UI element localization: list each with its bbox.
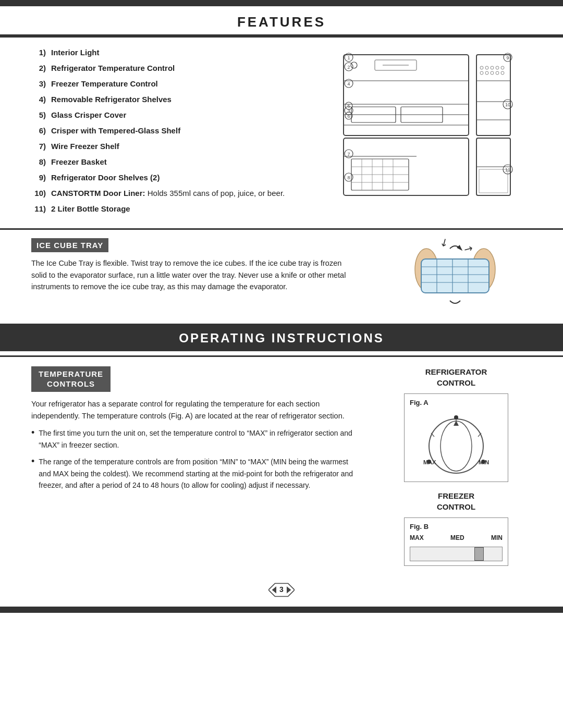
- ice-cube-title: ICE CUBE TRAY: [31, 238, 108, 252]
- freezer-dial-container: Fig. B MAX MED MIN: [404, 517, 508, 566]
- svg-text:7: 7: [347, 152, 350, 157]
- feature-num: 3): [31, 78, 46, 89]
- svg-text:10: 10: [505, 102, 510, 107]
- ref-control-label: REFRIGERATOR CONTROL: [425, 366, 487, 388]
- svg-point-71: [429, 419, 483, 473]
- svg-point-78: [481, 460, 485, 464]
- svg-point-42: [491, 66, 494, 69]
- feature-num: 11): [31, 203, 46, 214]
- ref-dial-svg: MAX MIN: [412, 412, 500, 475]
- ref-dial-area: MAX MIN: [410, 410, 503, 477]
- svg-text:↗: ↗: [462, 242, 475, 256]
- ice-tray-illustration: ↙ ↗: [411, 238, 499, 311]
- temperature-controls-title: TEMPERATURE CONTROLS: [31, 366, 111, 392]
- svg-text:8: 8: [347, 175, 350, 180]
- svg-text:5: 5: [347, 104, 350, 109]
- ref-dial-container: Fig. A MAX MIN: [404, 393, 508, 482]
- ice-cube-text: ICE CUBE TRAY The Ice Cube Tray is flexi…: [31, 238, 358, 311]
- refrigerator-diagram: 1 2 3 4 5 6 7: [323, 52, 516, 198]
- freezer-track[interactable]: [410, 547, 503, 561]
- fig-b-label: Fig. B: [410, 522, 503, 532]
- controls-diagram: REFRIGERATOR CONTROL Fig. A MAX: [375, 366, 537, 566]
- feature-label: Glass Crisper Cover: [51, 109, 126, 120]
- freezer-thumb[interactable]: [474, 547, 484, 561]
- feature-num: 9): [31, 172, 46, 183]
- feature-item-7: 7)Wire Freezer Shelf: [31, 141, 291, 152]
- feature-label: Wire Freezer Shelf: [51, 141, 119, 152]
- svg-text:4: 4: [347, 81, 350, 87]
- feature-num: 1): [31, 47, 46, 58]
- feature-item-8: 8)Freezer Basket: [31, 156, 291, 167]
- feature-label: 2 Liter Bottle Storage: [51, 203, 130, 214]
- feature-num: 4): [31, 94, 46, 105]
- ice-cube-section: ICE CUBE TRAY The Ice Cube Tray is flexi…: [0, 230, 563, 319]
- svg-point-40: [480, 66, 483, 69]
- temperature-controls-bullets: The first time you turn the unit on, set…: [31, 427, 354, 491]
- svg-point-45: [480, 71, 483, 75]
- features-list: 1)Interior Light2)Refrigerator Temperatu…: [31, 47, 291, 219]
- temperature-controls-body: Your refrigerator has a separate control…: [31, 398, 354, 422]
- svg-text:↙: ↙: [437, 238, 451, 249]
- svg-point-77: [427, 460, 431, 464]
- svg-point-49: [501, 71, 504, 75]
- page-diamond: 3: [268, 581, 295, 599]
- freezer-max-label: MAX: [410, 534, 424, 542]
- svg-point-43: [496, 66, 499, 69]
- svg-point-44: [501, 66, 504, 69]
- features-title-section: FEATURES: [0, 6, 563, 36]
- page-number: 3: [279, 585, 284, 595]
- feature-item-4: 4)Removable Refrigerator Shelves: [31, 94, 291, 105]
- feature-label: Freezer Temperature Control: [51, 78, 158, 89]
- feature-num: 8): [31, 156, 46, 167]
- svg-point-48: [496, 71, 499, 75]
- feature-num: 2): [31, 63, 46, 73]
- feature-label: Removable Refrigerator Shelves: [51, 94, 172, 105]
- svg-marker-84: [287, 586, 291, 593]
- svg-text:9: 9: [506, 55, 509, 60]
- feature-item-6: 6)Crisper with Tempered-Glass Shelf: [31, 125, 291, 136]
- operating-content: TEMPERATURE CONTROLS Your refrigerator h…: [0, 357, 563, 575]
- feature-label: Refrigerator Door Shelves (2): [51, 172, 160, 183]
- svg-marker-83: [272, 586, 276, 593]
- freezer-min-label: MIN: [491, 534, 503, 542]
- operating-title-bar: OPERATING INSTRUCTIONS: [0, 325, 563, 351]
- features-title: FEATURES: [0, 13, 563, 31]
- feature-num: 5): [31, 109, 46, 120]
- feature-label: CANSTORTM Door Liner: Holds 355ml cans o…: [51, 188, 285, 199]
- top-decorative-bar: [0, 0, 563, 6]
- svg-text:11: 11: [505, 167, 510, 172]
- feature-item-11: 11)2 Liter Bottle Storage: [31, 203, 291, 214]
- svg-point-74: [454, 415, 458, 419]
- features-content: 1)Interior Light2)Refrigerator Temperatu…: [0, 38, 563, 224]
- svg-text:2: 2: [347, 65, 350, 70]
- feature-label: Crisper with Tempered-Glass Shelf: [51, 125, 180, 136]
- feature-item-5: 5)Glass Crisper Cover: [31, 109, 291, 120]
- feature-item-2: 2)Refrigerator Temperature Control: [31, 63, 291, 73]
- svg-point-9: [351, 62, 357, 68]
- feature-num: 6): [31, 125, 46, 136]
- freezer-control-label: FREEZER CONTROL: [437, 490, 475, 512]
- feature-num: 10): [31, 188, 46, 199]
- temp-bullet-1: The first time you turn the unit on, set…: [31, 427, 354, 451]
- svg-rect-56: [479, 169, 508, 193]
- svg-text:1: 1: [347, 55, 350, 60]
- svg-point-46: [485, 71, 488, 75]
- freezer-med-label: MED: [450, 534, 464, 542]
- feature-item-1: 1)Interior Light: [31, 47, 291, 58]
- feature-item-3: 3)Freezer Temperature Control: [31, 78, 291, 89]
- page-number-bar: 3: [0, 575, 563, 607]
- ice-cube-body: The Ice Cube Tray is flexible. Twist tra…: [31, 257, 358, 292]
- features-diagram: 1 2 3 4 5 6 7: [301, 47, 537, 219]
- temperature-controls-section: TEMPERATURE CONTROLS Your refrigerator h…: [31, 366, 354, 566]
- feature-num: 7): [31, 141, 46, 152]
- svg-point-47: [491, 71, 494, 75]
- feature-item-9: 9)Refrigerator Door Shelves (2): [31, 172, 291, 183]
- feature-label: Interior Light: [51, 47, 100, 58]
- freezer-labels: MAX MED MIN: [410, 534, 503, 542]
- ice-cube-image: ↙ ↗: [374, 238, 537, 311]
- feature-label: Refrigerator Temperature Control: [51, 63, 175, 73]
- svg-text:6: 6: [347, 114, 350, 119]
- feature-item-10: 10)CANSTORTM Door Liner: Holds 355ml can…: [31, 188, 291, 199]
- bottom-decorative-bar: [0, 607, 563, 613]
- feature-label: Freezer Basket: [51, 156, 107, 167]
